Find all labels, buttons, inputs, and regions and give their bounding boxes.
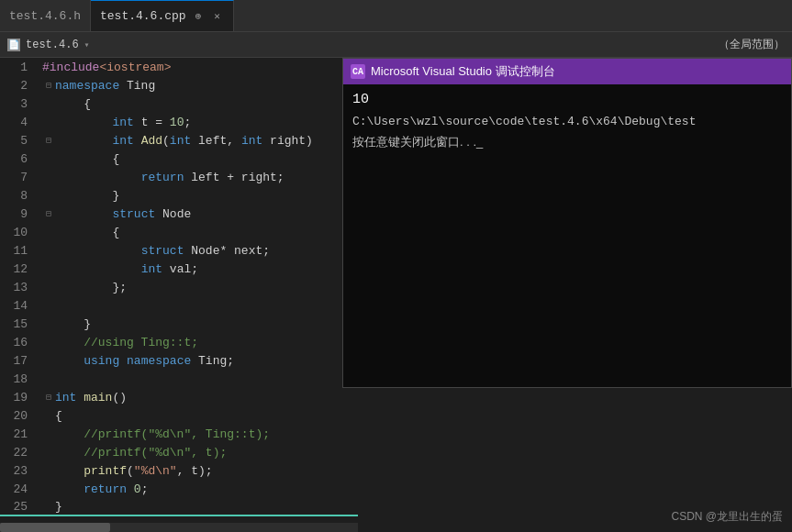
tab-cpp-file[interactable]: test.4.6.cpp ⊕ ✕ bbox=[91, 0, 234, 31]
tab-close-button[interactable]: ⊕ bbox=[192, 8, 206, 24]
debug-title-text: Microsoft Visual Studio 调试控制台 bbox=[371, 63, 555, 80]
debug-title-bar: CA Microsoft Visual Studio 调试控制台 bbox=[343, 59, 791, 84]
table-row: 23 printf("%d\n", t); bbox=[0, 461, 358, 480]
table-row: 12 int val; bbox=[0, 260, 358, 278]
collapse-btn-2[interactable]: ⊟ bbox=[42, 79, 55, 92]
table-row: 15 } bbox=[0, 315, 358, 333]
table-row: 2 ⊟ namespace Ting bbox=[0, 76, 358, 94]
debug-path: C:\Users\wzl\source\code\test.4.6\x64\De… bbox=[352, 115, 782, 128]
code-lines: 1 #include<iostream> 2 ⊟ namespace Ting … bbox=[0, 58, 358, 516]
table-row: 20 { bbox=[0, 406, 358, 425]
watermark: CSDN @龙里出生的蛋 bbox=[671, 509, 783, 525]
table-row: 4 int t = 10; bbox=[0, 113, 358, 131]
table-row: 22 //printf("%d\n", t); bbox=[0, 443, 358, 461]
tab-label-cpp: test.4.6.cpp bbox=[100, 9, 186, 23]
table-row: 6 { bbox=[0, 150, 358, 168]
editor-container: 1 #include<iostream> 2 ⊟ namespace Ting … bbox=[0, 58, 792, 532]
horizontal-scrollbar[interactable] bbox=[0, 523, 358, 532]
table-row: 24 return 0; bbox=[0, 480, 358, 498]
table-row: 19 ⊟ int main() bbox=[0, 388, 358, 406]
table-row: 7 return left + right; bbox=[0, 168, 358, 186]
table-row: 8 } bbox=[0, 186, 358, 205]
tab-close-x-button[interactable]: ✕ bbox=[210, 8, 224, 24]
scrollbar-thumb[interactable] bbox=[0, 523, 110, 532]
table-row: 14 bbox=[0, 296, 358, 315]
debug-prompt: 按任意键关闭此窗口. . ._ bbox=[352, 134, 782, 150]
debug-body: 10 C:\Users\wzl\source\code\test.4.6\x64… bbox=[343, 84, 791, 158]
table-row: 3 { bbox=[0, 94, 358, 113]
table-row: 18 bbox=[0, 370, 358, 388]
debug-icon: CA bbox=[351, 64, 365, 79]
code-editor[interactable]: 1 #include<iostream> 2 ⊟ namespace Ting … bbox=[0, 58, 358, 532]
scope-label: （全局范围） bbox=[719, 37, 785, 52]
file-bar: 📄 test.4.6 ▾ （全局范围） bbox=[0, 32, 792, 58]
table-row: 25 } bbox=[0, 498, 358, 516]
dropdown-arrow[interactable]: ▾ bbox=[84, 39, 90, 50]
file-bar-left: 📄 test.4.6 ▾ bbox=[7, 39, 90, 51]
table-row: 21 //printf("%d\n", Ting::t); bbox=[0, 425, 358, 443]
collapse-btn-9[interactable]: ⊟ bbox=[42, 207, 55, 220]
table-row: 17 using namespace Ting; bbox=[0, 351, 358, 370]
table-row: 10 { bbox=[0, 223, 358, 241]
table-row: 9 ⊟ struct Node bbox=[0, 205, 358, 223]
debug-output-value: 10 bbox=[352, 92, 782, 107]
table-row: 13 }; bbox=[0, 278, 358, 296]
debug-console: CA Microsoft Visual Studio 调试控制台 10 C:\U… bbox=[342, 58, 792, 388]
collapse-btn-5[interactable]: ⊟ bbox=[42, 134, 55, 147]
table-row: 5 ⊟ int Add(int left, int right) bbox=[0, 131, 358, 150]
filename-label: test.4.6 bbox=[26, 39, 79, 51]
table-row: 16 //using Ting::t; bbox=[0, 333, 358, 351]
tab-bar: test.4.6.h test.4.6.cpp ⊕ ✕ bbox=[0, 0, 792, 32]
table-row: 1 #include<iostream> bbox=[0, 58, 358, 76]
table-row: 11 struct Node* next; bbox=[0, 241, 358, 260]
tab-label-header: test.4.6.h bbox=[9, 9, 81, 23]
file-icon: 📄 bbox=[7, 39, 20, 51]
collapse-btn-19[interactable]: ⊟ bbox=[42, 391, 55, 404]
tab-header-file[interactable]: test.4.6.h bbox=[0, 0, 91, 31]
